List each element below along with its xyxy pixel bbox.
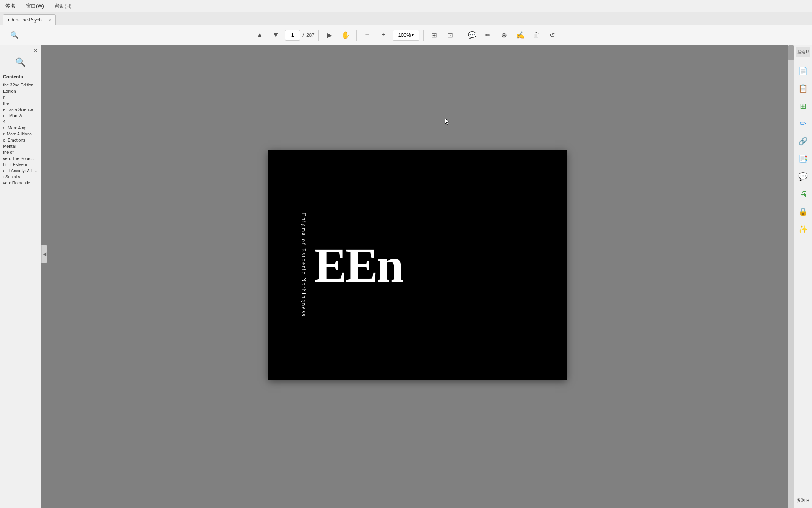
cover-title-letters: EEn	[314, 241, 559, 290]
grid-icon: ⊞	[800, 101, 806, 111]
comment-tool-button[interactable]: 💬	[465, 28, 479, 42]
toc-item-15[interactable]: : Social s	[3, 174, 38, 180]
edit-icon: ✏	[800, 119, 806, 128]
collapse-left-panel-button[interactable]: ◀	[41, 245, 47, 263]
tools-icon: ✨	[798, 225, 808, 234]
prev-page-button[interactable]: ▲	[253, 28, 266, 42]
next-page-button[interactable]: ▼	[269, 28, 283, 42]
comment-icon: 💬	[798, 172, 808, 181]
fit-tool-icon: ⊞	[431, 31, 437, 39]
search-icon: 🔍	[10, 31, 19, 39]
menu-help[interactable]: 帮助(H)	[52, 2, 74, 10]
search-button[interactable]: 🔍	[8, 28, 21, 42]
toc-item-1[interactable]: Edition	[3, 88, 38, 94]
zoom-out-button[interactable]: −	[361, 28, 374, 42]
right-panel: 搜索 R 📄 📋 ⊞ ✏ 🔗 📑 💬 🖨 🔒 ✨ 发送 R	[794, 45, 812, 508]
toc-item-10[interactable]: Mental	[3, 143, 38, 149]
menu-qianming[interactable]: 签名	[3, 2, 18, 10]
toc-item-13[interactable]: ht - f-Esteem	[3, 161, 38, 168]
select-tool-button[interactable]: ▶	[323, 28, 336, 42]
left-panel-close-button[interactable]: ×	[32, 47, 39, 54]
toolbar-sep-4	[461, 30, 461, 41]
page-total: 287	[306, 32, 315, 38]
menu-bar: 签名 窗口(W) 帮助(H)	[0, 0, 812, 12]
right-panel-print-button[interactable]: 🖨	[796, 187, 810, 201]
right-panel-security-button[interactable]: 🔒	[796, 204, 810, 219]
cover-vertical-text: Enigma of Estoeric Nothingness	[299, 158, 309, 372]
toc-item-9[interactable]: e: Emotions	[3, 137, 38, 143]
toc-item-3[interactable]: the	[3, 100, 38, 106]
toolbar-sep-2	[356, 30, 357, 41]
toc-item-5[interactable]: o - Man: A	[3, 112, 38, 119]
fit-tool-button[interactable]: ⊞	[427, 28, 441, 42]
hand-tool-icon: ✋	[341, 31, 350, 39]
sign-tool-button[interactable]: ✍	[513, 28, 527, 42]
reset-tool-icon: ↺	[549, 31, 555, 39]
toolbar-sep-1	[318, 30, 319, 41]
toc-item-16[interactable]: ven: Romantic	[3, 180, 38, 186]
zoom-in-icon: +	[381, 31, 385, 39]
toc-item-12[interactable]: ven: The Source of	[3, 155, 38, 161]
hand-tool-button[interactable]: ✋	[339, 28, 352, 42]
zoom-display[interactable]: 100% ▾	[393, 30, 419, 41]
reset-tool-button[interactable]: ↺	[546, 28, 559, 42]
toc-item-0[interactable]: the 32nd Edition	[3, 82, 38, 88]
zoom-out-icon: −	[365, 31, 369, 39]
toc-item-11[interactable]: the of	[3, 149, 38, 155]
security-icon: 🔒	[798, 207, 808, 216]
marquee-tool-button[interactable]: ⊡	[443, 28, 457, 42]
right-panel-pages-button[interactable]: 📑	[796, 151, 810, 166]
highlight-tool-button[interactable]: ✏	[481, 28, 495, 42]
eraser-tool-icon: ⊕	[501, 31, 507, 39]
right-panel-tools-button[interactable]: ✨	[796, 222, 810, 236]
left-panel: × 🔍 Contents the 32nd Edition Edition n …	[0, 45, 41, 508]
comment-tool-icon: 💬	[468, 31, 476, 39]
toc-item-6[interactable]: 4:	[3, 119, 38, 125]
translate-icon: 📋	[798, 84, 808, 93]
scrollbar-track	[788, 45, 794, 508]
table-of-contents: Contents the 32nd Edition Edition n the …	[0, 72, 41, 508]
page-separator: /	[302, 32, 304, 38]
link-icon: 🔗	[798, 137, 808, 146]
delete-tool-button[interactable]: 🗑	[529, 28, 543, 42]
left-panel-search-icon: 🔍	[15, 57, 26, 67]
toolbar-sep-3	[423, 30, 424, 41]
sign-tool-icon: ✍	[516, 31, 525, 39]
right-panel-edit-button[interactable]: ✏	[796, 116, 810, 131]
pdf-page: Enigma of Estoeric Nothingness EEn	[268, 150, 567, 380]
zoom-dropdown-icon: ▾	[412, 33, 414, 37]
tab-close-btn[interactable]: ×	[49, 18, 51, 22]
zoom-in-button[interactable]: +	[377, 28, 390, 42]
next-page-icon: ▼	[272, 31, 279, 39]
right-panel-document-button[interactable]: 📄	[796, 64, 810, 78]
tab-bar: nden-The-Psych... ×	[0, 12, 812, 25]
toc-item-7[interactable]: e: Man: A ng	[3, 125, 38, 131]
page-number-input[interactable]	[285, 30, 300, 41]
pages-icon: 📑	[798, 154, 808, 163]
select-tool-icon: ▶	[327, 31, 332, 39]
eraser-tool-button[interactable]: ⊕	[497, 28, 511, 42]
search-icon: 🔍	[15, 57, 26, 67]
document-tab[interactable]: nden-The-Psych... ×	[3, 14, 56, 25]
right-search-label: 搜索 R	[797, 49, 809, 55]
toc-item-8[interactable]: r: Man: A lltional ess	[3, 131, 38, 137]
toc-item-4[interactable]: e - as a Science	[3, 106, 38, 112]
right-panel-link-button[interactable]: 🔗	[796, 134, 810, 148]
right-panel-comment-button[interactable]: 💬	[796, 169, 810, 184]
toc-item-2[interactable]: n	[3, 94, 38, 100]
toc-item-14[interactable]: e - l Anxiety: A f-Esteem	[3, 168, 38, 174]
send-button[interactable]: 发送 R	[794, 493, 812, 508]
scrollbar-thumb[interactable]	[788, 45, 794, 60]
send-label: 发送 R	[797, 498, 809, 503]
menu-window[interactable]: 窗口(W)	[24, 2, 46, 10]
highlight-tool-icon: ✏	[485, 31, 491, 39]
toolbar: 🔍 ▲ ▼ / 287 ▶ ✋ − + 100% ▾ ⊞ ⊡ 💬 ✏ ⊕	[0, 25, 812, 45]
tab-label: nden-The-Psych...	[8, 17, 45, 23]
print-icon: 🖨	[799, 190, 807, 199]
right-panel-translate-button[interactable]: 📋	[796, 81, 810, 96]
prev-page-icon: ▲	[256, 31, 263, 39]
right-panel-grid-button[interactable]: ⊞	[796, 99, 810, 113]
zoom-value: 100%	[398, 32, 411, 38]
right-panel-search[interactable]: 搜索 R	[796, 47, 810, 57]
marquee-tool-icon: ⊡	[447, 31, 453, 39]
